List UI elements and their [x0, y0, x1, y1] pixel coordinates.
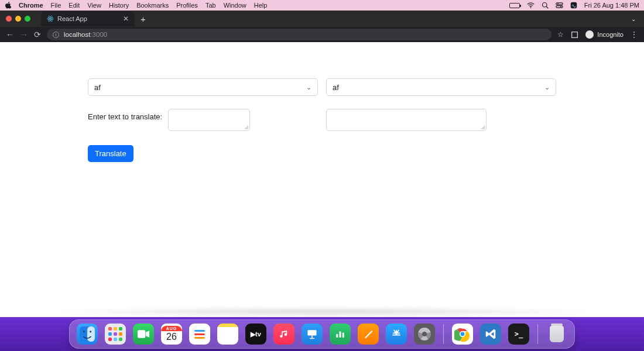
- new-tab-button[interactable]: +: [141, 14, 146, 24]
- svg-point-5: [557, 4, 559, 5]
- spotlight-search-icon[interactable]: [542, 2, 549, 9]
- menu-view[interactable]: View: [87, 2, 101, 9]
- tab-close-icon[interactable]: ✕: [123, 15, 129, 23]
- trash-icon: [550, 326, 564, 342]
- svg-rect-17: [138, 330, 145, 338]
- siri-icon[interactable]: [570, 2, 577, 9]
- menu-history[interactable]: History: [109, 2, 129, 9]
- svg-point-6: [560, 6, 561, 7]
- page-viewport: af ⌄ af ⌄ Enter text to translate: Trans…: [0, 42, 644, 317]
- dock-app-numbers[interactable]: [330, 324, 351, 345]
- browser-toolbar: ← → ⟳ i localhost:3000 ☆ Incognito ⋮: [0, 27, 644, 42]
- menu-window[interactable]: Window: [224, 2, 246, 9]
- svg-point-0: [530, 7, 532, 8]
- url-text: localhost:3000: [64, 31, 107, 38]
- battery-icon[interactable]: [509, 3, 520, 8]
- url-host: localhost: [64, 31, 90, 38]
- window-zoom-button[interactable]: [25, 16, 30, 22]
- translated-text-output[interactable]: [326, 109, 487, 131]
- incognito-icon: [585, 30, 594, 39]
- extensions-icon[interactable]: [571, 31, 578, 39]
- menu-edit[interactable]: Edit: [68, 2, 80, 9]
- resize-grip-icon[interactable]: [244, 125, 248, 129]
- dock-app-keynote[interactable]: [302, 324, 323, 345]
- source-language-value: af: [94, 83, 101, 92]
- nav-reload-button[interactable]: ⟳: [34, 30, 41, 39]
- menu-file[interactable]: File: [51, 2, 61, 9]
- dock-app-appletv[interactable]: ▶tv: [245, 324, 266, 345]
- dock-app-facetime[interactable]: [133, 324, 154, 345]
- dock-app-finder[interactable]: [77, 324, 98, 345]
- nav-back-button[interactable]: ←: [6, 30, 14, 39]
- translate-button[interactable]: Translate: [88, 145, 133, 162]
- macos-menubar: Chrome File Edit View History Bookmarks …: [0, 0, 644, 11]
- target-language-value: af: [333, 83, 339, 92]
- svg-point-1: [542, 3, 547, 8]
- dock-app-reminders[interactable]: [189, 324, 210, 345]
- nav-forward-button[interactable]: →: [20, 30, 28, 39]
- dock-app-settings[interactable]: [414, 324, 435, 345]
- browser-tabstrip: React App ✕ + ⌄: [0, 11, 644, 27]
- menubar-clock[interactable]: Fri 26 Aug 1:48 PM: [584, 2, 639, 9]
- wifi-icon[interactable]: [527, 2, 535, 8]
- control-center-icon[interactable]: [556, 2, 563, 8]
- active-app-name[interactable]: Chrome: [19, 2, 43, 9]
- dock-app-calendar[interactable]: AUG 26: [161, 324, 182, 345]
- input-label: Enter text to translate:: [88, 109, 162, 121]
- window-close-button[interactable]: [6, 16, 12, 22]
- svg-rect-14: [87, 326, 95, 342]
- calendar-month: AUG: [161, 326, 182, 331]
- address-bar[interactable]: i localhost:3000: [47, 29, 551, 40]
- menu-bookmarks[interactable]: Bookmarks: [136, 2, 169, 9]
- dock-app-pages[interactable]: [358, 324, 379, 345]
- dock-app-launchpad[interactable]: [105, 324, 126, 345]
- appletv-label: ▶tv: [251, 331, 261, 338]
- svg-point-9: [47, 18, 54, 20]
- svg-rect-18: [308, 330, 317, 335]
- dock-app-appstore[interactable]: [386, 324, 407, 345]
- terminal-prompt: >_: [515, 330, 523, 338]
- svg-rect-3: [556, 3, 563, 5]
- menu-profiles[interactable]: Profiles: [176, 2, 198, 9]
- svg-line-2: [546, 6, 548, 8]
- bookmark-star-icon[interactable]: ☆: [557, 30, 564, 39]
- svg-rect-19: [311, 336, 313, 338]
- target-language-select[interactable]: af ⌄: [326, 78, 556, 96]
- dock-app-music[interactable]: [273, 324, 294, 345]
- svg-rect-23: [342, 333, 344, 338]
- apple-menu-icon[interactable]: [5, 2, 11, 9]
- chevron-down-icon: ⌄: [544, 84, 550, 91]
- source-text-input[interactable]: [168, 109, 250, 131]
- menubar-left: Chrome File Edit View History Bookmarks …: [5, 2, 267, 9]
- window-minimize-button[interactable]: [15, 16, 21, 22]
- svg-point-16: [90, 331, 91, 332]
- react-favicon-icon: [47, 15, 54, 22]
- profile-label: Incognito: [597, 31, 624, 38]
- browser-menu-button[interactable]: ⋮: [631, 30, 638, 39]
- browser-tab[interactable]: React App ✕: [41, 11, 135, 26]
- menu-tab[interactable]: Tab: [205, 2, 216, 9]
- svg-rect-21: [336, 334, 338, 338]
- window-controls: [6, 16, 30, 22]
- dock-app-vscode[interactable]: [480, 324, 501, 345]
- site-info-icon[interactable]: i: [53, 32, 59, 38]
- resize-grip-icon[interactable]: [481, 125, 485, 129]
- svg-rect-4: [556, 6, 563, 8]
- svg-point-15: [83, 331, 85, 332]
- source-language-select[interactable]: af ⌄: [88, 78, 318, 96]
- desktop-background: AUG 26 ▶tv >_: [0, 317, 644, 351]
- dock-app-notes[interactable]: [217, 324, 238, 345]
- url-port: :3000: [90, 31, 107, 38]
- dock-app-terminal[interactable]: >_: [508, 324, 529, 345]
- dock-divider: [443, 324, 444, 344]
- profile-badge[interactable]: Incognito: [585, 30, 624, 39]
- svg-rect-22: [340, 332, 341, 338]
- dock-divider: [537, 324, 538, 344]
- menubar-right: Fri 26 Aug 1:48 PM: [509, 2, 639, 9]
- menu-help[interactable]: Help: [254, 2, 268, 9]
- dock-trash[interactable]: [546, 324, 567, 345]
- dock-app-chrome[interactable]: [452, 324, 473, 345]
- chevron-down-icon: ⌄: [306, 84, 311, 91]
- macos-dock: AUG 26 ▶tv >_: [69, 319, 575, 349]
- tab-overflow-icon[interactable]: ⌄: [631, 16, 636, 22]
